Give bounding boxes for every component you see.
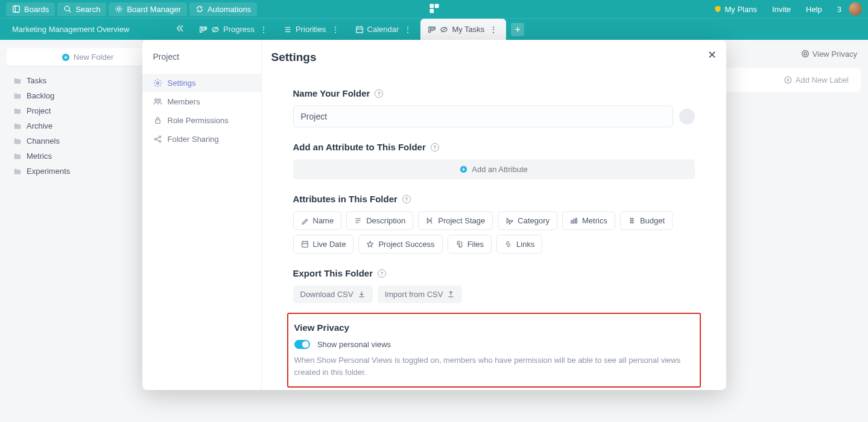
import-csv-button[interactable]: Import from CSV [378,286,463,303]
my-plans-button[interactable]: My Plans [709,2,761,16]
folder-icon [13,152,22,161]
svg-rect-45 [576,218,577,223]
board-icon [199,25,207,34]
search-button[interactable]: Search [57,2,106,16]
svg-point-34 [159,136,160,138]
attr-icon [505,217,513,225]
nav-label: Role Permissions [168,116,229,125]
secondbar: Marketing Management Overview Progress ⋮… [0,18,868,40]
boards-icon [12,5,21,13]
boards-label: Boards [24,5,49,14]
tab-progress[interactable]: Progress ⋮ [192,19,276,40]
attribute-chip[interactable]: Links [496,235,542,254]
add-label-button[interactable]: Add New Label [784,75,849,85]
plus-circle-icon [62,53,70,62]
download-csv-button[interactable]: Download CSV [293,286,373,303]
modal-content: Settings Name Your Folder ? A [262,40,726,390]
svg-point-35 [159,141,160,142]
invite-button[interactable]: Invite [764,2,796,16]
modal-nav-folder-sharing[interactable]: Folder Sharing [142,130,261,149]
gear-icon [153,78,162,88]
help-icon[interactable]: ? [402,195,411,203]
add-label-text: Add New Label [796,75,849,85]
attr-label: Metrics [582,216,607,225]
modal-sidebar: Project Settings Members Role Permission… [142,40,262,390]
view-privacy-button[interactable]: View Privacy [801,50,857,59]
folder-label: Archive [27,121,52,130]
import-csv-label: Import from CSV [385,290,443,299]
svg-rect-11 [203,27,204,30]
section-name-folder: Name Your Folder ? [293,88,695,127]
folder-color-picker[interactable] [679,109,695,124]
svg-point-30 [154,99,157,101]
tab-more-icon[interactable]: ⋮ [488,25,499,34]
close-icon[interactable]: ✕ [708,48,717,62]
svg-point-2 [65,6,69,11]
svg-rect-23 [434,27,436,29]
settings-modal: ✕ Project Settings Members Role Permissi… [142,40,726,390]
attr-label: Files [467,240,484,249]
add-attribute-label: Add an Attribute [472,165,528,174]
attribute-chip[interactable]: Name [293,211,342,230]
calendar-icon [355,25,364,34]
attr-icon [301,240,309,248]
tab-more-icon[interactable]: ⋮ [258,25,269,34]
attribute-chip[interactable]: Project Success [358,235,442,254]
attribute-chip[interactable]: Budget [620,211,673,230]
attribute-chip[interactable]: Files [448,235,492,254]
svg-line-37 [156,139,159,141]
help-icon[interactable]: ? [378,269,386,278]
attr-icon [354,217,362,225]
attr-icon [504,240,512,248]
eye-off-icon [211,25,220,34]
help-label: Help [806,5,822,14]
show-personal-views-toggle[interactable] [294,340,310,349]
attribute-chip[interactable]: Project Stage [418,211,493,230]
attr-label: Project Success [378,240,434,249]
svg-point-4 [118,8,120,10]
section-attributes: Attributes in This Folder ? NameDescript… [293,194,695,254]
svg-line-36 [156,137,159,138]
tab-more-icon[interactable]: ⋮ [330,25,341,34]
tab-label: My Tasks [452,25,484,34]
help-icon[interactable]: ? [375,89,383,98]
attribute-chip[interactable]: Metrics [562,211,615,230]
folder-icon [13,77,22,85]
download-csv-label: Download CSV [300,290,353,299]
tab-my-tasks[interactable]: My Tasks ⋮ [420,19,506,40]
plus-circle-icon [784,76,792,84]
attribute-chip[interactable]: Description [346,211,413,230]
svg-rect-44 [574,219,575,223]
modal-nav-settings[interactable]: Settings [142,74,261,92]
my-plans-label: My Plans [724,5,756,14]
section-add-attribute: Add an Attribute to This Folder ? Add an… [293,142,695,179]
search-icon [63,5,72,13]
help-icon[interactable]: ? [431,143,439,152]
notifications-button[interactable]: 3 [829,2,846,16]
list-icon [284,25,292,34]
modal-nav-role-permissions[interactable]: Role Permissions [142,111,261,130]
boards-button[interactable]: Boards [6,2,55,16]
svg-rect-10 [200,27,202,32]
view-privacy-label: View Privacy [813,50,857,59]
notifications-count: 3 [837,5,841,14]
section-title-text: Name Your Folder [293,88,370,98]
folder-icon [13,107,22,115]
modal-nav-members[interactable]: Members [142,92,261,111]
attribute-chip[interactable]: Category [498,211,557,230]
collapse-sidebar-icon[interactable] [175,24,185,35]
add-attribute-button[interactable]: Add an Attribute [293,159,695,179]
attr-icon [455,240,463,248]
folder-name-input[interactable] [293,106,673,127]
import-icon [447,290,455,298]
help-button[interactable]: Help [798,2,827,16]
avatar[interactable] [849,2,862,16]
tab-more-icon[interactable]: ⋮ [402,25,413,34]
svg-rect-12 [206,27,207,29]
tab-priorities[interactable]: Priorities ⋮ [276,19,348,40]
folder-icon [13,137,22,145]
tab-calendar[interactable]: Calendar ⋮ [348,19,421,40]
attribute-chip[interactable]: Live Date [293,235,354,254]
svg-point-31 [158,99,160,101]
add-tab-button[interactable]: + [511,23,524,36]
